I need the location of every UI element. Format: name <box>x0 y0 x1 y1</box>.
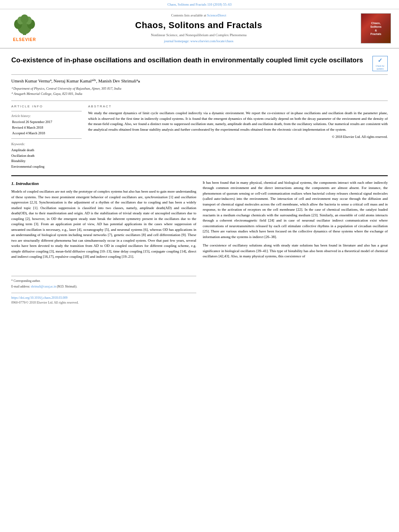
intro-heading: 1. Introduction <box>11 180 196 187</box>
crossmark-text: Check forupdates <box>376 65 384 70</box>
article-title-section: Co-existence of in-phase oscillations an… <box>11 56 388 75</box>
elsevier-label: ELSEVIER <box>13 37 36 43</box>
main-content: Co-existence of in-phase oscillations an… <box>0 49 399 312</box>
journal-title: Chaos, Solitons and Fractals <box>43 19 355 32</box>
divider-2 <box>11 138 82 139</box>
footnote-email-label: E-mail address: <box>11 285 30 288</box>
journal-header: ELSEVIER Contents lists available at Sci… <box>0 9 399 49</box>
keyword-3: Bistability <box>11 158 82 164</box>
footer-section: https://doi.org/10.1016/j.chaos.2018.03.… <box>11 293 196 305</box>
footnote-email-person: (M.D. Shrimali). <box>57 285 77 288</box>
journal-cover-area: Chaos,Solitons&Fractals <box>355 13 391 43</box>
elsevier-tree-icon <box>12 14 37 36</box>
journal-homepage: journal homepage: www.elsevier.com/locat… <box>43 39 355 44</box>
top-citation: Chaos, Solitons and Fractals 110 (2018) … <box>0 0 399 9</box>
authors-line: Umesh Kumar Vermaᵃ, Neeraj Kumar Kamalᵃⁱ… <box>11 78 388 84</box>
footnote-email-address[interactable]: shrimali@curaj.ac.in <box>31 285 56 288</box>
revised-date: Revised 4 March 2018 <box>12 125 82 131</box>
article-info-label: ARTICLE INFO <box>11 104 82 109</box>
intro-paragraph-1: Models of coupled oscillators are not on… <box>11 189 196 260</box>
authors-text: Umesh Kumar Vermaᵃ, Neeraj Kumar Kamalᵃⁱ… <box>11 78 140 83</box>
elsevier-logo: ELSEVIER <box>6 14 43 43</box>
keyword-1: Amplitude death <box>11 148 82 153</box>
keywords-label: Keywords: <box>11 142 82 146</box>
intro-paragraph-3: The coexistence of oscillatory solutions… <box>203 243 388 259</box>
affiliations: ᵃ Department of Physics, Central Univers… <box>11 86 388 97</box>
intro-paragraph-2: It has been found that in many physical,… <box>203 180 388 240</box>
abstract-column: ABSTRACT We study the emergent dynamics … <box>88 104 388 170</box>
copyright-line: © 2018 Elsevier Ltd. All rights reserved… <box>88 135 388 140</box>
crossmark-icon: ✓ <box>378 57 383 65</box>
body-right-column: It has been found that in many physical,… <box>203 180 388 306</box>
article-history-items: Received 26 September 2017 Revised 4 Mar… <box>11 119 82 136</box>
abstract-text: We study the emergent dynamics of limit … <box>88 111 388 132</box>
sciencedirect-link[interactable]: ScienceDirect <box>207 13 226 17</box>
accepted-date: Accepted 4 March 2018 <box>12 131 82 136</box>
keywords-list: Amplitude death Oscillation death Bistab… <box>11 148 82 169</box>
homepage-link[interactable]: www.elsevier.com/locate/chaos <box>190 39 233 43</box>
body-left-column: 1. Introduction Models of coupled oscill… <box>11 180 196 306</box>
received-date: Received 26 September 2017 <box>12 119 82 125</box>
issn-line: 0960-0779/© 2018 Elsevier Ltd. All right… <box>11 300 196 305</box>
elsevier-logo-area: ELSEVIER <box>6 14 43 43</box>
cover-text: Chaos,Solitons&Fractals <box>370 21 382 36</box>
abstract-label: ABSTRACT <box>88 104 388 109</box>
article-info-column: ARTICLE INFO Article history: Received 2… <box>11 104 82 170</box>
article-info-abstract-section: ARTICLE INFO Article history: Received 2… <box>11 101 388 170</box>
journal-cover-image: Chaos,Solitons&Fractals <box>361 13 391 43</box>
svg-point-6 <box>21 14 29 23</box>
body-two-columns: 1. Introduction Models of coupled oscill… <box>11 175 388 306</box>
article-title: Co-existence of in-phase oscillations an… <box>11 56 372 65</box>
journal-header-center: Contents lists available at ScienceDirec… <box>43 13 355 44</box>
contents-line: Contents lists available at ScienceDirec… <box>43 13 355 18</box>
divider-1 <box>11 111 82 111</box>
doi-link[interactable]: https://doi.org/10.1016/j.chaos.2018.03.… <box>11 296 196 300</box>
article-history-label: Article history: <box>11 114 82 118</box>
keyword-4: Environmental coupling <box>11 164 82 170</box>
citation-text: Chaos, Solitons and Fractals 110 (2018) … <box>167 2 232 6</box>
affiliation-a: ᵃ Department of Physics, Central Univers… <box>11 86 388 91</box>
page-container: Chaos, Solitons and Fractals 110 (2018) … <box>0 0 399 532</box>
journal-subtitle: Nonlinear Science, and Nonequilibrium an… <box>43 33 355 38</box>
keyword-2: Oscillation death <box>11 153 82 159</box>
crossmark-badge[interactable]: ✓ Check forupdates <box>372 56 388 71</box>
affiliation-b: ᵇ Anugarh Memorial College, Gaya, 823 00… <box>11 91 388 97</box>
footnote-email-line: E-mail address: shrimali@curaj.ac.in (M.… <box>11 284 196 289</box>
footnote-corresponding: * Corresponding author. <box>11 279 196 283</box>
